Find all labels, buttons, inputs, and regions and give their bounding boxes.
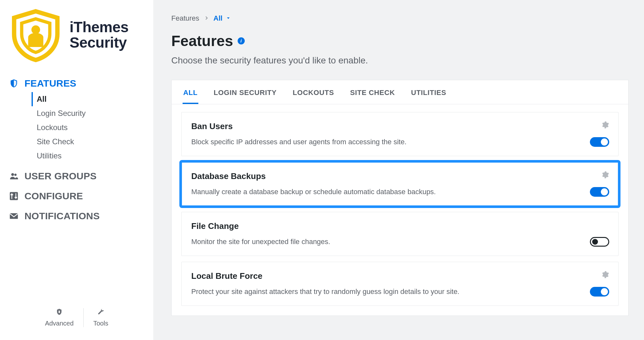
svg-rect-8 (10, 213, 18, 219)
bottom-separator (83, 308, 84, 327)
feature-title: Ban Users (191, 121, 609, 131)
feature-toggle[interactable] (590, 187, 609, 197)
sidebar-nav: FEATURES All Login Security Lockouts Sit… (8, 73, 146, 226)
sidebar-item-label: USER GROUPS (24, 171, 97, 182)
info-icon[interactable]: i (238, 37, 245, 44)
gear-icon[interactable] (601, 171, 609, 180)
sidebar-bottom-tools: Advanced Tools (8, 301, 146, 340)
shield-lock-icon (55, 308, 63, 317)
feature-description: Block specific IP addresses and user age… (191, 138, 609, 146)
svg-point-10 (59, 311, 60, 312)
tools-link[interactable]: Tools (93, 308, 109, 327)
breadcrumb: Features All (171, 14, 629, 23)
chevron-right-icon (204, 14, 209, 23)
feature-toggle[interactable] (590, 137, 609, 147)
feature-description: Monitor the site for unexpected file cha… (191, 238, 609, 246)
advanced-label: Advanced (45, 320, 74, 327)
feature-card-file-change: File Change Monitor the site for unexpec… (181, 212, 619, 256)
brand-line1: iThemes (70, 20, 128, 35)
feature-description: Manually create a database backup or sch… (191, 188, 609, 196)
feature-toggle[interactable] (590, 287, 609, 297)
sliders-icon (9, 191, 19, 201)
feature-description: Protect your site against attackers that… (191, 288, 609, 296)
subnav-all[interactable]: All (32, 92, 146, 106)
sidebar-item-label: FEATURES (24, 78, 76, 89)
tab-login-security[interactable]: LOGIN SECURITY (213, 85, 277, 104)
svg-point-1 (11, 173, 14, 176)
sidebar-item-features[interactable]: FEATURES (8, 73, 146, 93)
svg-rect-6 (11, 194, 13, 195)
breadcrumb-current[interactable]: All (213, 14, 231, 23)
brand-shield-icon (8, 8, 63, 62)
features-panel: ALL LOGIN SECURITY LOCKOUTS SITE CHECK U… (171, 80, 629, 316)
mail-icon (9, 211, 19, 221)
main-content: Features All Features i Choose the secur… (153, 0, 644, 340)
brand-line2: Security (70, 35, 128, 51)
feature-tabs: ALL LOGIN SECURITY LOCKOUTS SITE CHECK U… (172, 80, 628, 104)
tab-site-check[interactable]: SITE CHECK (349, 85, 395, 104)
features-subnav: All Login Security Lockouts Site Check U… (32, 92, 146, 163)
sidebar-item-label: CONFIGURE (24, 191, 83, 202)
shield-icon (9, 79, 19, 88)
wrench-icon (97, 308, 105, 317)
page-title: Features (171, 32, 233, 50)
sidebar-item-label: NOTIFICATIONS (24, 211, 100, 222)
svg-point-0 (32, 25, 40, 34)
sidebar: iThemes Security FEATURES All Login Secu… (0, 0, 153, 340)
feature-card-database-backups: Database Backups Manually create a datab… (181, 162, 619, 206)
feature-card-local-brute-force: Local Brute Force Protect your site agai… (181, 262, 619, 306)
tab-utilities[interactable]: UTILITIES (411, 85, 447, 104)
sidebar-item-configure[interactable]: CONFIGURE (8, 186, 146, 206)
gear-icon[interactable] (601, 270, 609, 280)
users-icon (9, 171, 19, 181)
feature-cards: Ban Users Block specific IP addresses an… (172, 104, 628, 316)
breadcrumb-current-label: All (213, 14, 223, 23)
subnav-utilities[interactable]: Utilities (32, 149, 146, 163)
feature-card-ban-users: Ban Users Block specific IP addresses an… (181, 112, 619, 156)
tab-all[interactable]: ALL (183, 85, 198, 104)
feature-title: Local Brute Force (191, 271, 609, 281)
breadcrumb-root[interactable]: Features (171, 14, 199, 23)
svg-rect-7 (15, 197, 17, 198)
caret-down-icon (226, 14, 231, 23)
feature-title: Database Backups (191, 171, 609, 181)
subnav-login-security[interactable]: Login Security (32, 106, 146, 120)
sidebar-item-notifications[interactable]: NOTIFICATIONS (8, 206, 146, 226)
subnav-lockouts[interactable]: Lockouts (32, 120, 146, 135)
page-description: Choose the security features you'd like … (171, 55, 629, 66)
subnav-site-check[interactable]: Site Check (32, 135, 146, 149)
advanced-link[interactable]: Advanced (45, 308, 74, 327)
tab-lockouts[interactable]: LOCKOUTS (292, 85, 335, 104)
feature-toggle[interactable] (590, 237, 609, 247)
tools-label: Tools (93, 320, 109, 327)
feature-title: File Change (191, 221, 609, 231)
svg-point-2 (14, 174, 17, 176)
brand: iThemes Security (8, 6, 146, 71)
sidebar-item-user-groups[interactable]: USER GROUPS (8, 166, 146, 186)
gear-icon[interactable] (601, 121, 609, 130)
svg-rect-3 (10, 192, 18, 200)
